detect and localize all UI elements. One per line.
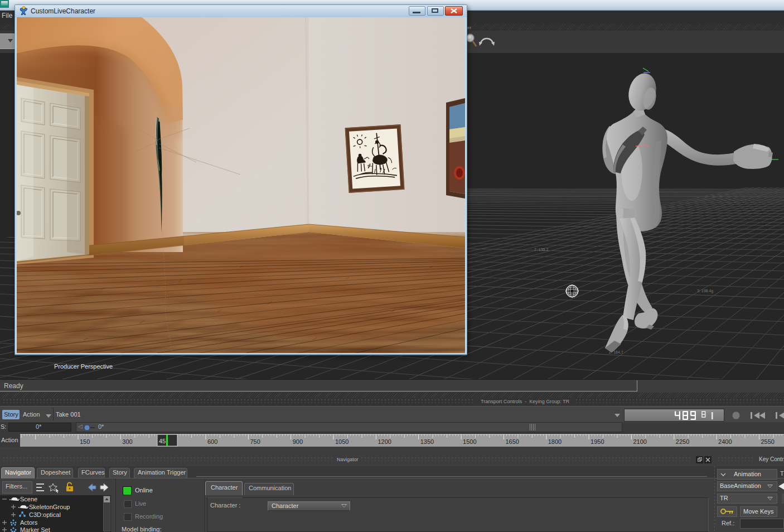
svg-text:3: 198.4g: 3: 198.4g <box>697 289 713 293</box>
svg-text:C3D:optical: C3D:optical <box>29 511 61 518</box>
svg-text:1950: 1950 <box>591 438 604 445</box>
svg-text:2550: 2550 <box>761 438 774 445</box>
svg-text:2400: 2400 <box>718 438 732 445</box>
svg-text:Scene: Scene <box>20 496 37 502</box>
svg-text:Actors: Actors <box>20 519 38 526</box>
svg-text:600: 600 <box>207 438 217 445</box>
svg-text:45: 45 <box>159 438 166 444</box>
svg-text:300: 300 <box>122 438 132 445</box>
svg-text:150: 150 <box>80 438 90 445</box>
svg-text:1500: 1500 <box>463 438 476 445</box>
svg-text:1050: 1050 <box>335 438 349 445</box>
svg-text:1200: 1200 <box>378 438 391 445</box>
svg-text:1650: 1650 <box>505 438 519 445</box>
svg-text:900: 900 <box>293 438 303 445</box>
svg-text:2100: 2100 <box>633 438 646 445</box>
svg-text:2250: 2250 <box>676 438 689 445</box>
svg-text:SkeletonGroup: SkeletonGroup <box>29 504 70 510</box>
svg-text:750: 750 <box>250 438 260 445</box>
svg-text:Marker Set: Marker Set <box>20 526 50 532</box>
svg-text:7: 135.2: 7: 135.2 <box>534 248 548 252</box>
svg-text:1350: 1350 <box>420 438 434 445</box>
svg-text:1800: 1800 <box>548 438 562 445</box>
